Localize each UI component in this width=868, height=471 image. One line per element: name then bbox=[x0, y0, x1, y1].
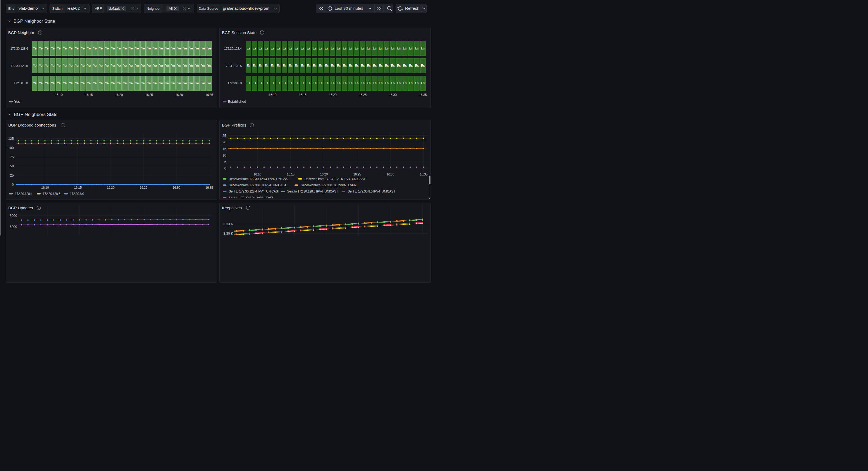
svg-text:16:30: 16:30 bbox=[173, 186, 180, 189]
svg-text:Neighbor: Neighbor bbox=[147, 6, 161, 10]
svg-text:Ye: Ye bbox=[147, 64, 151, 67]
svg-text:Ye: Ye bbox=[105, 64, 109, 67]
svg-text:Es: Es bbox=[307, 64, 310, 67]
svg-text:Es: Es bbox=[385, 81, 389, 85]
svg-text:16:10: 16:10 bbox=[269, 93, 277, 97]
svg-text:Ye: Ye bbox=[81, 47, 85, 50]
svg-text:Ye: Ye bbox=[159, 81, 163, 85]
svg-text:Last 30 minutes: Last 30 minutes bbox=[335, 6, 363, 10]
svg-text:Sent to 172.30.8.0 IPV4_UNICAS: Sent to 172.30.8.0 IPV4_UNICAST bbox=[348, 189, 396, 193]
svg-text:All: All bbox=[168, 6, 173, 10]
svg-text:Es: Es bbox=[289, 47, 292, 50]
svg-text:Es: Es bbox=[379, 64, 383, 67]
svg-text:Es: Es bbox=[259, 47, 262, 50]
svg-text:Ye: Ye bbox=[141, 47, 145, 50]
svg-text:BGP Neighbor State: BGP Neighbor State bbox=[13, 19, 55, 24]
svg-text:25: 25 bbox=[10, 174, 14, 177]
svg-text:Ye: Ye bbox=[171, 81, 175, 85]
svg-text:Ye: Ye bbox=[69, 47, 73, 50]
svg-text:Ye: Ye bbox=[39, 47, 43, 50]
svg-text:Es: Es bbox=[343, 64, 346, 67]
svg-text:Es: Es bbox=[367, 47, 371, 50]
svg-text:16:10: 16:10 bbox=[55, 93, 63, 97]
svg-text:16:25: 16:25 bbox=[359, 93, 367, 97]
svg-text:Ye: Ye bbox=[147, 81, 151, 85]
svg-text:Es: Es bbox=[259, 64, 262, 67]
svg-text:Ye: Ye bbox=[87, 81, 91, 85]
svg-text:Ye: Ye bbox=[195, 81, 199, 85]
svg-text:Ye: Ye bbox=[81, 64, 85, 67]
svg-text:Es: Es bbox=[253, 47, 256, 50]
svg-text:Ye: Ye bbox=[33, 47, 37, 50]
svg-text:Ye: Ye bbox=[207, 47, 211, 50]
svg-text:16:35: 16:35 bbox=[420, 173, 428, 176]
svg-text:Ye: Ye bbox=[201, 64, 205, 67]
svg-text:Es: Es bbox=[301, 64, 305, 67]
svg-text:Refresh: Refresh bbox=[405, 6, 420, 10]
svg-text:Ye: Ye bbox=[63, 64, 67, 67]
svg-text:Es: Es bbox=[265, 47, 268, 50]
svg-text:Ye: Ye bbox=[153, 64, 157, 67]
svg-text:Established: Established bbox=[228, 99, 246, 104]
svg-text:172.30.128.6: 172.30.128.6 bbox=[10, 64, 28, 68]
svg-text:125: 125 bbox=[8, 137, 14, 141]
svg-text:Es: Es bbox=[259, 81, 262, 85]
svg-text:100: 100 bbox=[8, 146, 14, 150]
svg-text:Ye: Ye bbox=[99, 47, 103, 50]
svg-text:Ye: Ye bbox=[75, 64, 79, 67]
svg-text:Es: Es bbox=[313, 81, 316, 85]
svg-text:Es: Es bbox=[379, 47, 383, 50]
svg-text:BGP Updates: BGP Updates bbox=[8, 205, 33, 210]
svg-text:16:15: 16:15 bbox=[85, 93, 93, 97]
svg-text:Es: Es bbox=[265, 81, 268, 85]
svg-text:Ye: Ye bbox=[57, 81, 61, 85]
svg-text:Ye: Ye bbox=[177, 47, 181, 50]
svg-text:Es: Es bbox=[385, 64, 389, 67]
svg-text:Ye: Ye bbox=[135, 47, 139, 50]
svg-text:Es: Es bbox=[271, 64, 274, 67]
svg-text:Es: Es bbox=[343, 81, 346, 85]
svg-text:15: 15 bbox=[222, 147, 226, 151]
svg-text:Es: Es bbox=[373, 81, 377, 85]
svg-text:Es: Es bbox=[313, 47, 316, 50]
svg-text:50: 50 bbox=[10, 165, 14, 168]
svg-text:16:20: 16:20 bbox=[329, 93, 337, 97]
svg-text:Es: Es bbox=[319, 47, 322, 50]
svg-text:Ye: Ye bbox=[195, 64, 199, 67]
svg-text:16:35: 16:35 bbox=[206, 186, 213, 189]
svg-text:Ye: Ye bbox=[93, 81, 97, 85]
svg-text:Ye: Ye bbox=[111, 47, 115, 50]
svg-text:6000: 6000 bbox=[10, 225, 17, 229]
svg-text:Ye: Ye bbox=[39, 81, 43, 85]
svg-text:16:15: 16:15 bbox=[287, 173, 294, 176]
svg-text:Ye: Ye bbox=[75, 81, 79, 85]
svg-text:Es: Es bbox=[283, 47, 286, 50]
svg-text:16:35: 16:35 bbox=[206, 93, 213, 97]
svg-text:Es: Es bbox=[307, 81, 310, 85]
svg-text:16:30: 16:30 bbox=[386, 173, 394, 176]
svg-text:Es: Es bbox=[355, 47, 359, 50]
svg-text:Es: Es bbox=[294, 81, 298, 85]
svg-text:Ye: Ye bbox=[87, 64, 91, 67]
svg-text:25: 25 bbox=[222, 134, 226, 138]
svg-text:Es: Es bbox=[361, 64, 365, 67]
svg-text:16:25: 16:25 bbox=[145, 93, 153, 97]
svg-text:Ye: Ye bbox=[171, 47, 175, 50]
svg-text:16:25: 16:25 bbox=[353, 173, 361, 176]
svg-text:Ye: Ye bbox=[33, 64, 37, 67]
svg-text:Ye: Ye bbox=[153, 81, 157, 85]
svg-text:Es: Es bbox=[337, 47, 341, 50]
svg-text:Es: Es bbox=[367, 81, 371, 85]
svg-text:Ye: Ye bbox=[165, 64, 169, 67]
svg-text:16:30: 16:30 bbox=[389, 93, 397, 97]
svg-text:Ye: Ye bbox=[39, 64, 43, 67]
svg-text:Ye: Ye bbox=[87, 47, 91, 50]
svg-text:Es: Es bbox=[373, 64, 377, 67]
svg-text:Switch: Switch bbox=[52, 6, 62, 10]
svg-text:Ye: Ye bbox=[45, 47, 49, 50]
svg-text:172.30.8.0: 172.30.8.0 bbox=[227, 81, 242, 85]
svg-text:10: 10 bbox=[222, 154, 226, 157]
svg-text:Ye: Ye bbox=[51, 81, 55, 85]
svg-text:Es: Es bbox=[246, 81, 250, 85]
svg-text:16:10: 16:10 bbox=[253, 173, 261, 176]
